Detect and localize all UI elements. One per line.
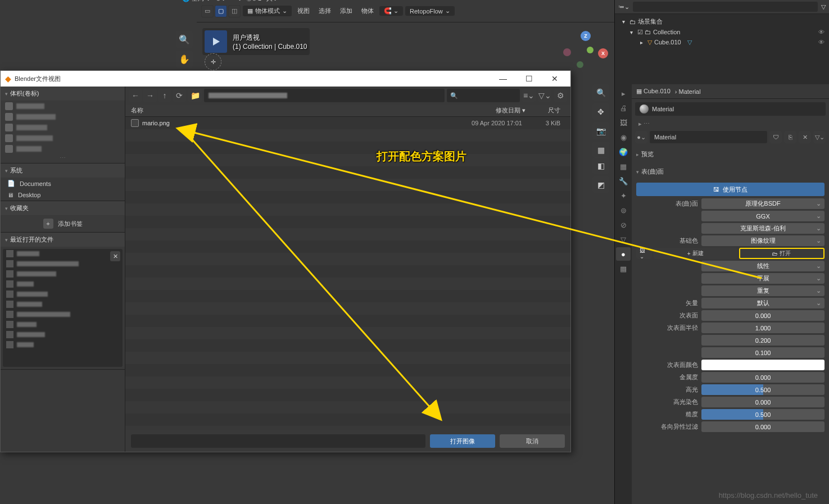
minimize-button[interactable]: — xyxy=(492,71,514,87)
tab-material-icon[interactable]: ● xyxy=(616,247,631,261)
move-gizmo-icon[interactable]: ✥ xyxy=(592,103,609,120)
zoom-gizmo-icon[interactable]: 🔍 xyxy=(592,84,609,101)
filename-input[interactable] xyxy=(131,434,425,448)
tree-cube[interactable]: ▸▽ Cube.010 ▽👁 xyxy=(617,37,827,47)
material-name-input[interactable]: Material xyxy=(650,131,767,143)
tree-collection[interactable]: ▾☑ 🗀 Collection👁 xyxy=(617,27,827,37)
new-folder-button[interactable]: 📁 xyxy=(188,89,202,102)
volumes-header[interactable]: 体积(卷标) xyxy=(1,87,125,101)
interpolation-dropdown[interactable]: 线性 xyxy=(701,261,825,271)
cancel-button[interactable]: 取消 xyxy=(500,434,565,448)
mode-dropdown[interactable]: ▦ 物体模式 ⌄ xyxy=(243,6,292,16)
tab-modifier-icon[interactable]: 🔧 xyxy=(616,174,631,188)
add-bookmark-button[interactable]: +添加书签 xyxy=(2,216,124,231)
vector-dropdown[interactable]: 默认 xyxy=(701,298,825,308)
system-header[interactable]: 系统 xyxy=(1,164,125,178)
back-button[interactable]: ← xyxy=(129,89,142,102)
metallic-value[interactable]: 0.000 xyxy=(701,372,825,383)
forward-button[interactable]: → xyxy=(143,89,157,102)
desktop-item[interactable]: 🖥 Desktop xyxy=(1,189,125,201)
favorites-header[interactable]: 收藏夹 xyxy=(1,201,125,215)
tab-output-icon[interactable]: 🖨 xyxy=(616,101,631,115)
tab-scene-icon[interactable]: ◉ xyxy=(616,130,631,144)
outliner-search[interactable] xyxy=(633,2,818,12)
menu-object[interactable]: 物体 xyxy=(358,6,377,16)
documents-item[interactable]: 📄 Documents xyxy=(1,178,125,189)
path-input[interactable] xyxy=(204,89,445,102)
up-button[interactable]: ↑ xyxy=(158,89,171,102)
global-label[interactable]: 🌐 全局 ⌄ ⊙⌄ 𝄢 ⌄ ◎⊙ᑕ 人⌄ xyxy=(179,0,281,4)
mat-browse-icon[interactable]: ●⌄ xyxy=(635,131,647,143)
roughness-value[interactable]: 0.500 xyxy=(701,409,825,420)
subsurf-r2[interactable]: 0.200 xyxy=(701,335,825,346)
visibility-icon[interactable]: 👁 xyxy=(818,39,825,46)
open-image-button[interactable]: 打开图像 xyxy=(430,434,495,448)
col-date[interactable]: 修改日期 ▾ xyxy=(447,106,526,115)
file-list[interactable]: mario.png 09 Apr 2020 17:01 3 KiB xyxy=(125,117,570,430)
new-image-button[interactable]: + 新建 xyxy=(654,248,737,259)
sidebar-toggle-icon[interactable]: ◧ xyxy=(592,157,609,174)
display-options-icon[interactable]: ≡⌄ xyxy=(522,89,536,102)
mat-copy-icon[interactable]: ⎘ xyxy=(784,131,796,143)
outliner-mode-icon[interactable]: ≔⌄ xyxy=(618,3,629,11)
surface-section[interactable]: 表(曲)面 xyxy=(636,165,825,178)
subsurface-method-dropdown[interactable]: 克里斯坦森-伯利 xyxy=(701,223,825,234)
material-slot[interactable]: Material xyxy=(635,102,826,116)
retopoflow-dropdown[interactable]: RetopoFlow ⌄ xyxy=(405,6,455,16)
cursor-tool-icon[interactable]: ▭ xyxy=(201,5,214,17)
tab-texture-icon[interactable]: ▩ xyxy=(616,262,631,275)
search-input[interactable]: 🔍 xyxy=(447,89,520,102)
menu-view[interactable]: 视图 xyxy=(294,6,313,16)
subsurf-r1[interactable]: 1.000 xyxy=(701,323,825,333)
gizmo-x-icon[interactable]: X xyxy=(598,48,608,58)
tab-physics-icon[interactable]: ⊚ xyxy=(616,203,631,217)
zoom-icon[interactable]: 🔍 xyxy=(176,31,193,48)
mat-delete-icon[interactable]: ✕ xyxy=(799,131,811,143)
spectint-value[interactable]: 0.000 xyxy=(701,397,825,407)
use-nodes-button[interactable]: 🖫 使用节点 xyxy=(636,183,825,196)
ortho-gizmo-icon[interactable]: ▦ xyxy=(592,142,609,158)
col-size[interactable]: 尺寸 xyxy=(526,106,565,115)
tab-data-icon[interactable]: ▽ xyxy=(616,233,631,246)
mat-menu-icon[interactable]: ▽⌄ xyxy=(813,131,826,143)
basecolor-type-dropdown[interactable]: 图像纹理 xyxy=(701,235,825,246)
tab-particle-icon[interactable]: ✦ xyxy=(616,189,631,202)
outliner-filter-icon[interactable]: ▽ xyxy=(821,3,826,11)
maximize-button[interactable]: ☐ xyxy=(518,71,540,87)
tree-scene[interactable]: ▾🗀 场景集合 xyxy=(617,16,827,27)
distribution-dropdown[interactable]: GGX xyxy=(701,211,825,221)
clear-recent-icon[interactable]: ✕ xyxy=(110,251,120,261)
image-browse-icon[interactable]: 🖼⌄ xyxy=(636,248,652,259)
tab-render-icon[interactable]: ▸ xyxy=(616,87,631,100)
sidebar-item2-icon[interactable]: ◩ xyxy=(592,176,609,193)
gizmo-z-icon[interactable]: Z xyxy=(581,31,591,41)
gizmo-y-icon[interactable] xyxy=(587,47,594,53)
tab-world-icon[interactable]: 🌍 xyxy=(616,145,631,158)
tab-constraint-icon[interactable]: ⊘ xyxy=(616,218,631,231)
col-name[interactable]: 名称 xyxy=(131,106,447,115)
extension-dropdown[interactable]: 重复 xyxy=(701,285,825,296)
open-image-texture-button[interactable]: 🗁 打开 xyxy=(739,248,825,259)
close-button[interactable]: ✕ xyxy=(543,71,566,87)
subsurf-color[interactable] xyxy=(701,360,825,370)
settings-icon[interactable]: ⚙ xyxy=(554,89,567,102)
recent-header[interactable]: 最近打开的文件 xyxy=(1,233,125,247)
lasso-tool-icon[interactable]: ◫ xyxy=(228,5,241,17)
tab-viewlayer-icon[interactable]: 🖼 xyxy=(616,116,631,129)
menu-add[interactable]: 添加 xyxy=(337,6,356,16)
projection-dropdown[interactable]: 平展 xyxy=(701,273,825,284)
visibility-icon[interactable]: 👁 xyxy=(818,29,825,35)
snap-dropdown[interactable]: 🧲 ⌄ xyxy=(379,6,403,16)
filter-icon[interactable]: ▽⌄ xyxy=(538,89,551,102)
cursor-3d-icon[interactable]: ✛ xyxy=(205,53,221,70)
select-tool-icon[interactable]: ▢ xyxy=(215,5,227,17)
mat-shield-icon[interactable]: 🛡 xyxy=(769,131,782,143)
preview-section[interactable]: 预览 xyxy=(636,148,825,161)
play-icon[interactable] xyxy=(205,30,227,53)
refresh-button[interactable]: ⟳ xyxy=(173,89,186,102)
tab-object-icon[interactable]: ▦ xyxy=(616,160,631,173)
surface-shader-dropdown[interactable]: 原理化BSDF xyxy=(701,198,825,209)
subsurf-r3[interactable]: 0.100 xyxy=(701,347,825,358)
pan-icon[interactable]: ✋ xyxy=(176,51,193,67)
file-row[interactable]: mario.png 09 Apr 2020 17:01 3 KiB xyxy=(125,117,570,129)
